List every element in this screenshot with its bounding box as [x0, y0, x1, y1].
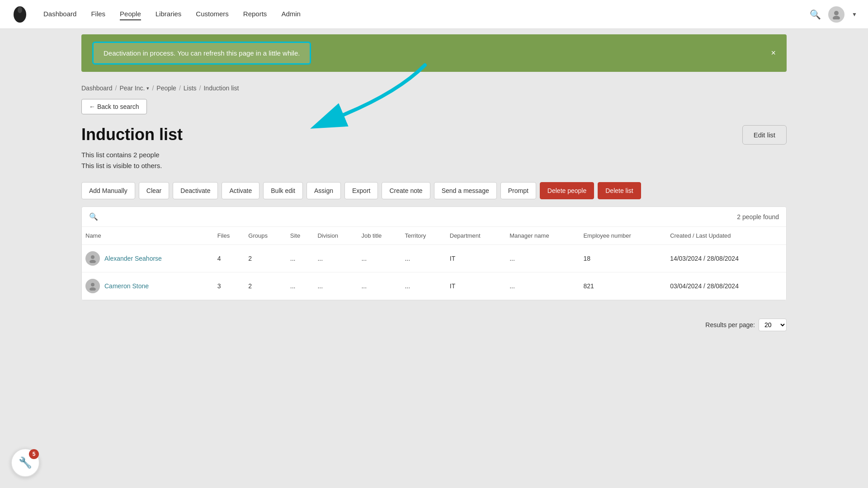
people-count: 2 people found: [737, 213, 779, 221]
row1-territory: ...: [401, 245, 446, 272]
col-created-updated: Created / Last Updated: [666, 227, 786, 245]
col-site: Site: [287, 227, 314, 245]
nav-people[interactable]: People: [120, 8, 141, 20]
row2-territory: ...: [401, 272, 446, 300]
delete-list-button[interactable]: Delete list: [598, 182, 641, 199]
notification-close-button[interactable]: ×: [771, 48, 776, 58]
search-input-wrap: 🔍: [89, 212, 315, 221]
breadcrumb-sep-2: /: [152, 84, 154, 92]
assign-button[interactable]: Assign: [307, 182, 341, 199]
col-manager: Manager name: [506, 227, 580, 245]
bulk-edit-button[interactable]: Bulk edit: [263, 182, 303, 199]
nav-customers[interactable]: Customers: [196, 8, 229, 20]
row2-groups: 2: [245, 272, 287, 300]
breadcrumb-dashboard[interactable]: Dashboard: [81, 84, 113, 92]
table-search-icon: 🔍: [89, 212, 98, 221]
row2-person-link[interactable]: Cameron Stone: [104, 282, 149, 290]
row1-name: Alexander Seahorse: [82, 245, 214, 272]
send-message-button[interactable]: Send a message: [434, 182, 497, 199]
breadcrumb-people[interactable]: People: [156, 84, 176, 92]
svg-point-1: [18, 7, 22, 13]
col-employee-number: Employee number: [580, 227, 666, 245]
people-table: Name Files Groups Site Division Job titl…: [82, 227, 786, 300]
edit-list-button[interactable]: Edit list: [742, 125, 787, 145]
widget-button[interactable]: 🔧 5: [11, 448, 40, 477]
table-search-input[interactable]: [102, 213, 315, 221]
row1-files: 4: [214, 245, 245, 272]
col-division: Division: [314, 227, 358, 245]
breadcrumb-company-link[interactable]: Pear Inc.: [119, 84, 145, 92]
avatar[interactable]: [828, 6, 844, 23]
page-title-area: Induction list This list contains 2 peop…: [81, 125, 183, 171]
table-header: Name Files Groups Site Division Job titl…: [82, 227, 786, 245]
row1-division: ...: [314, 245, 358, 272]
activate-button[interactable]: Activate: [222, 182, 259, 199]
col-files: Files: [214, 227, 245, 245]
svg-point-2: [834, 11, 839, 15]
nav-files[interactable]: Files: [91, 8, 105, 20]
row2-job-title: ...: [358, 272, 401, 300]
notification-highlight: Deactivation in process. You can refresh…: [92, 42, 311, 65]
row2-manager: ...: [506, 272, 580, 300]
notification-text: Deactivation in process. You can refresh…: [104, 49, 300, 57]
breadcrumb-sep-4: /: [199, 84, 201, 92]
row1-groups: 2: [245, 245, 287, 272]
breadcrumb-current: Induction list: [203, 84, 239, 92]
prompt-button[interactable]: Prompt: [500, 182, 536, 199]
nav-dashboard[interactable]: Dashboard: [43, 8, 76, 20]
bottom-widget: 🔧 5: [11, 448, 40, 477]
row1-department: IT: [446, 245, 506, 272]
row1-avatar: [85, 251, 100, 266]
subtitle-line1: This list contains 2 people: [81, 150, 183, 160]
table-container: 🔍 2 people found Name Files Groups Site …: [81, 206, 787, 300]
row2-avatar: [85, 279, 100, 293]
row1-created-updated: 14/03/2024 / 28/08/2024: [666, 245, 786, 272]
col-groups: Groups: [245, 227, 287, 245]
widget-badge: 5: [29, 449, 39, 459]
row2-site: ...: [287, 272, 314, 300]
arrow-annotation: [307, 56, 443, 137]
notification-wrapper: Deactivation in process. You can refresh…: [0, 29, 868, 77]
breadcrumb-sep-1: /: [115, 84, 117, 92]
svg-point-3: [833, 16, 840, 19]
row1-site: ...: [287, 245, 314, 272]
nav-libraries[interactable]: Libraries: [156, 8, 182, 20]
svg-point-5: [91, 255, 94, 259]
results-per-page-label: Results per page:: [705, 321, 755, 328]
row2-files: 3: [214, 272, 245, 300]
search-row: 🔍 2 people found: [82, 207, 786, 227]
svg-point-8: [90, 287, 96, 291]
row2-name: Cameron Stone: [82, 272, 214, 300]
table-row: Cameron Stone 3 2 ... ... ... ... IT ...…: [82, 272, 786, 300]
add-manually-button[interactable]: Add Manually: [81, 182, 135, 199]
back-to-search-button[interactable]: ← Back to search: [81, 99, 147, 114]
deactivate-button[interactable]: Deactivate: [173, 182, 218, 199]
search-icon[interactable]: 🔍: [810, 9, 821, 20]
table-row: Alexander Seahorse 4 2 ... ... ... ... I…: [82, 245, 786, 272]
clear-button[interactable]: Clear: [139, 182, 169, 199]
breadcrumb-lists[interactable]: Lists: [184, 84, 197, 92]
chevron-down-icon: ▾: [146, 85, 149, 91]
export-button[interactable]: Export: [344, 182, 378, 199]
navbar: Dashboard Files People Libraries Custome…: [0, 0, 868, 29]
table-body: Alexander Seahorse 4 2 ... ... ... ... I…: [82, 245, 786, 300]
row1-person-link[interactable]: Alexander Seahorse: [104, 255, 162, 262]
col-name: Name: [82, 227, 214, 245]
row2-department: IT: [446, 272, 506, 300]
delete-people-button[interactable]: Delete people: [540, 182, 594, 199]
col-department: Department: [446, 227, 506, 245]
col-territory: Territory: [401, 227, 446, 245]
row1-job-title: ...: [358, 245, 401, 272]
nav-right: 🔍 ▼: [810, 6, 857, 23]
app-logo[interactable]: [11, 5, 29, 23]
breadcrumb-company[interactable]: Pear Inc. ▾: [119, 84, 149, 92]
page-subtitle: This list contains 2 people This list is…: [81, 150, 183, 171]
results-per-page-select[interactable]: 10 20 50 100: [759, 319, 787, 331]
user-menu-chevron[interactable]: ▼: [852, 11, 857, 18]
create-note-button[interactable]: Create note: [382, 182, 430, 199]
actions-area: Add Manually Clear Deactivate Activate B…: [0, 182, 868, 206]
nav-admin[interactable]: Admin: [281, 8, 301, 20]
nav-reports[interactable]: Reports: [243, 8, 267, 20]
svg-point-7: [91, 283, 94, 286]
subtitle-line2: This list is visible to others.: [81, 160, 183, 171]
